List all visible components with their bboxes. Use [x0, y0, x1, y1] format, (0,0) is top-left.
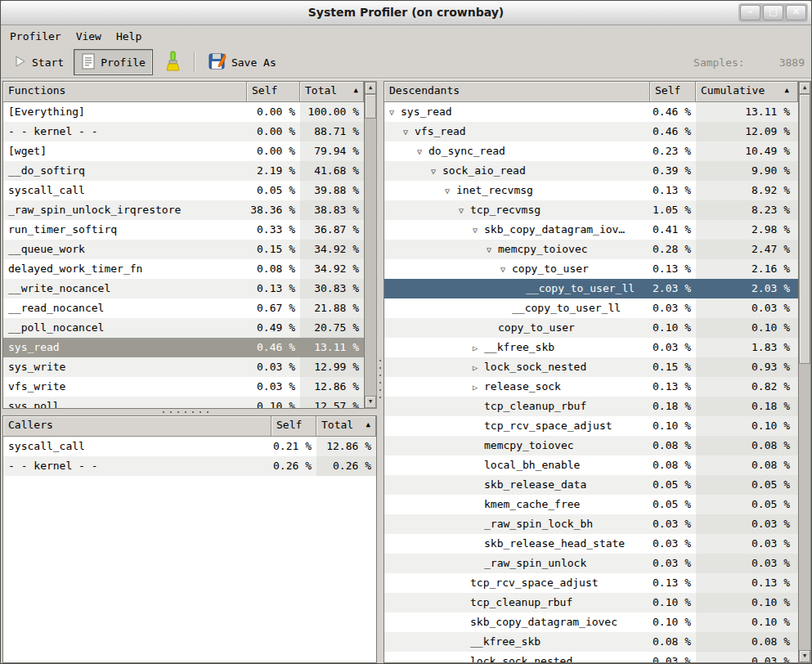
- table-row[interactable]: ▽do_sync_read0.23 %10.49 %: [384, 141, 798, 161]
- expander-icon[interactable]: ▽: [417, 142, 428, 161]
- profile-toggle-button[interactable]: Profile: [74, 49, 153, 75]
- table-row[interactable]: ▽inet_recvmsg0.13 %8.92 %: [384, 181, 798, 200]
- table-row[interactable]: skb_copy_datagram_iovec0.10 %0.10 %: [384, 612, 798, 632]
- table-row[interactable]: ▽vfs_read0.46 %12.09 %: [384, 122, 798, 141]
- table-row[interactable]: tcp_rcv_space_adjust0.10 %0.10 %: [384, 416, 798, 436]
- total-percent-cell: 0.10 %: [696, 612, 798, 632]
- menu-help[interactable]: Help: [109, 28, 149, 45]
- reset-button[interactable]: [158, 49, 187, 75]
- table-row[interactable]: syscall_call0.05 %39.88 %: [3, 181, 364, 200]
- table-row[interactable]: __poll_nocancel0.49 %20.75 %: [3, 318, 364, 338]
- function-name-cell: - - kernel - -: [3, 456, 271, 476]
- table-row[interactable]: _raw_spin_lock_bh0.03 %0.03 %: [384, 514, 798, 534]
- expander-icon[interactable]: ▷: [473, 339, 484, 357]
- table-row[interactable]: __queue_work0.15 %34.92 %: [3, 240, 364, 259]
- table-row[interactable]: ▽copy_to_user0.13 %2.16 %: [384, 259, 798, 279]
- total-column-header[interactable]: Total ▲: [316, 416, 376, 437]
- self-percent-cell: 0.10 %: [650, 416, 696, 436]
- expander-icon[interactable]: ▷: [473, 378, 484, 397]
- table-row[interactable]: __write_nocancel0.13 %30.83 %: [3, 279, 364, 298]
- scroll-up-icon[interactable]: ▲: [799, 82, 810, 94]
- scroll-down-icon[interactable]: ▼: [799, 650, 810, 662]
- table-row[interactable]: [Everything]0.00 %100.00 %: [3, 102, 364, 122]
- self-column-header[interactable]: Self: [271, 416, 316, 437]
- start-button[interactable]: Start: [7, 49, 70, 75]
- total-percent-cell: 13.11 %: [696, 102, 798, 122]
- table-row[interactable]: __copy_to_user_ll2.03 %2.03 %: [384, 279, 798, 298]
- expander-icon[interactable]: ▽: [459, 201, 470, 220]
- descendants-scrollbar[interactable]: ▲ ▼: [799, 81, 811, 663]
- total-column-header[interactable]: Total ▲: [300, 82, 364, 102]
- table-row[interactable]: tcp_cleanup_rbuf0.10 %0.10 %: [384, 593, 798, 612]
- close-button[interactable]: ✕: [786, 5, 806, 20]
- expander-icon[interactable]: ▽: [445, 182, 456, 200]
- self-column-header[interactable]: Self: [650, 82, 696, 102]
- table-row[interactable]: local_bh_enable0.08 %0.08 %: [384, 455, 798, 475]
- functions-column-header[interactable]: Functions: [3, 82, 247, 102]
- save-as-button[interactable]: Save As: [202, 49, 283, 75]
- expander-icon[interactable]: ▽: [487, 240, 498, 259]
- vertical-splitter[interactable]: [377, 79, 384, 663]
- scrollbar-track[interactable]: [365, 119, 376, 396]
- table-row[interactable]: tcp_cleanup_rbuf0.18 %0.18 %: [384, 397, 798, 416]
- table-row[interactable]: run_timer_softirq0.33 %36.87 %: [3, 220, 364, 240]
- table-row[interactable]: vfs_write0.03 %12.86 %: [3, 377, 364, 397]
- expander-icon[interactable]: ▽: [389, 103, 401, 122]
- descendants-column-header[interactable]: Descendants: [384, 82, 650, 102]
- functions-scrollbar[interactable]: ▲ ▼: [365, 81, 377, 409]
- horizontal-splitter[interactable]: [2, 409, 377, 415]
- table-row[interactable]: ▽tcp_recvmsg1.05 %8.23 %: [384, 200, 798, 220]
- table-row[interactable]: lock_sock_nested0.03 %0.03 %: [384, 652, 798, 662]
- expander-icon[interactable]: ▽: [473, 221, 484, 240]
- scroll-up-icon[interactable]: ▲: [365, 82, 376, 94]
- table-row[interactable]: sys_write0.03 %12.99 %: [3, 357, 364, 377]
- table-row[interactable]: [wget]0.00 %79.94 %: [3, 141, 364, 161]
- table-row[interactable]: ▷lock_sock_nested0.15 %0.93 %: [384, 357, 798, 377]
- expander-icon[interactable]: ▽: [431, 162, 442, 181]
- minimize-button[interactable]: –: [740, 5, 760, 20]
- titlebar[interactable]: System Profiler (on crownbay) – □ ✕: [1, 1, 811, 25]
- table-row[interactable]: - - kernel - -0.26 %0.26 %: [3, 456, 376, 476]
- table-row[interactable]: - - kernel - -0.00 %88.71 %: [3, 122, 364, 141]
- table-row[interactable]: ▷__kfree_skb0.03 %1.83 %: [384, 338, 798, 357]
- expander-icon[interactable]: ▽: [500, 260, 512, 279]
- table-row[interactable]: ▷release_sock0.13 %0.82 %: [384, 377, 798, 397]
- scrollbar-track[interactable]: [799, 364, 810, 650]
- callers-column-header[interactable]: Callers: [3, 416, 271, 437]
- table-row[interactable]: __kfree_skb0.08 %0.08 %: [384, 632, 798, 652]
- tree-indent: [389, 154, 417, 155]
- total-percent-cell: 100.00 %: [300, 102, 364, 122]
- expander-icon[interactable]: ▽: [403, 123, 415, 141]
- scroll-down-icon[interactable]: ▼: [365, 396, 376, 408]
- table-row[interactable]: skb_release_data0.05 %0.05 %: [384, 475, 798, 495]
- table-row[interactable]: ▽memcpy_toiovec0.28 %2.47 %: [384, 240, 798, 259]
- function-name-cell: _raw_spin_unlock: [384, 554, 650, 573]
- expander-icon[interactable]: ▷: [473, 358, 484, 377]
- table-row[interactable]: sys_read0.46 %13.11 %: [3, 338, 364, 357]
- table-row[interactable]: kmem_cache_free0.05 %0.05 %: [384, 495, 798, 514]
- cumulative-column-header[interactable]: Cumulative ▲: [696, 82, 798, 102]
- document-icon: [81, 53, 96, 72]
- total-percent-cell: 21.88 %: [300, 298, 364, 318]
- table-row[interactable]: sys_poll0.10 %12.57 %: [3, 397, 364, 408]
- table-row[interactable]: __copy_to_user_ll0.03 %0.03 %: [384, 298, 798, 318]
- table-row[interactable]: __do_softirq2.19 %41.68 %: [3, 161, 364, 181]
- self-column-header[interactable]: Self: [247, 82, 300, 102]
- table-row[interactable]: _raw_spin_unlock_irqrestore38.36 %38.83 …: [3, 200, 364, 220]
- table-row[interactable]: skb_release_head_state0.03 %0.03 %: [384, 534, 798, 554]
- menu-view[interactable]: View: [69, 28, 109, 45]
- table-row[interactable]: memcpy_toiovec0.08 %0.08 %: [384, 436, 798, 455]
- table-row[interactable]: ▽skb_copy_datagram_iov…0.41 %2.98 %: [384, 220, 798, 240]
- scrollbar-thumb[interactable]: [365, 94, 376, 119]
- table-row[interactable]: ▽sys_read0.46 %13.11 %: [384, 102, 798, 122]
- table-row[interactable]: ▽sock_aio_read0.39 %9.90 %: [384, 161, 798, 181]
- scrollbar-thumb[interactable]: [799, 94, 810, 364]
- table-row[interactable]: delayed_work_timer_fn0.08 %34.92 %: [3, 259, 364, 279]
- table-row[interactable]: syscall_call0.21 %12.86 %: [3, 437, 376, 456]
- maximize-button[interactable]: □: [763, 5, 783, 20]
- table-row[interactable]: __read_nocancel0.67 %21.88 %: [3, 298, 364, 318]
- table-row[interactable]: _raw_spin_unlock0.03 %0.03 %: [384, 554, 798, 573]
- menu-profiler[interactable]: Profiler: [2, 28, 69, 45]
- table-row[interactable]: copy_to_user0.10 %0.10 %: [384, 318, 798, 338]
- table-row[interactable]: tcp_rcv_space_adjust0.13 %0.13 %: [384, 573, 798, 593]
